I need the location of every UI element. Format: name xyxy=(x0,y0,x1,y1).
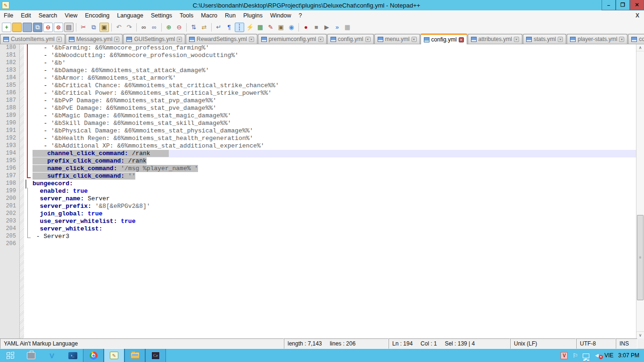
code-line-189[interactable]: - '&bMagic Damage: &6%mmoitems_stat_magi… xyxy=(33,112,636,120)
shortcut-mapper-icon[interactable]: ⚡ xyxy=(245,23,255,32)
show-all-characters-icon[interactable]: ¶ xyxy=(224,23,234,32)
code-line-206[interactable] xyxy=(33,240,636,248)
tab-config-yml-active[interactable]: config.yml✕ xyxy=(421,33,467,44)
monitoring-eye-icon[interactable]: ◉ xyxy=(287,23,296,32)
code-line-182[interactable]: - '&b' xyxy=(33,59,636,67)
fold-collapse-icon[interactable] xyxy=(24,180,31,188)
menu-item-[interactable]: ? xyxy=(295,11,305,20)
print-icon[interactable]: ▤ xyxy=(64,23,74,32)
menu-item-settings[interactable]: Settings xyxy=(147,11,176,20)
code-line-187[interactable]: - '&bPvP Damage: &6%mmoitems_stat_pvp_da… xyxy=(33,97,636,105)
powershell-taskbar-button[interactable]: ›_ xyxy=(62,349,83,362)
cut-icon[interactable]: ✂ xyxy=(79,23,88,32)
close-document-icon[interactable]: ⊖ xyxy=(43,23,53,32)
tab-close-icon[interactable]: ✕ xyxy=(365,37,371,42)
code-line-195[interactable]: prefix_click_command: /rank xyxy=(33,157,636,165)
restore-button[interactable]: ❐ xyxy=(616,0,630,10)
tab-close-icon[interactable]: ✕ xyxy=(177,37,182,42)
code-line-203[interactable]: use_server_whitelist: true xyxy=(33,218,636,225)
code-line-192[interactable]: - '&bHealth Regen: &6%mmoitems_stat_heal… xyxy=(33,135,636,142)
status-eol-format[interactable]: Unix (LF) xyxy=(510,338,576,349)
indent-guide-icon[interactable]: ┆ xyxy=(235,23,244,32)
notepad-plus-plus-taskbar-button[interactable]: ✎ xyxy=(104,349,124,362)
code-line-200[interactable]: server_name: Server xyxy=(33,195,636,203)
status-typing-mode[interactable]: INS xyxy=(616,338,637,349)
file-explorer-taskbar-button[interactable] xyxy=(124,349,145,362)
record-macro-icon[interactable]: ● xyxy=(301,23,311,32)
code-line-199[interactable]: enabled: true xyxy=(33,188,636,195)
chrome-taskbar-button[interactable] xyxy=(83,349,104,362)
tab-stats-yml[interactable]: stats.yml✕ xyxy=(523,34,566,44)
copy-icon[interactable]: ⧉ xyxy=(89,23,99,32)
code-line-201[interactable]: server_prefix: '&8[&eRPGv2&8]' xyxy=(33,203,636,210)
antivirus-v-tray-icon[interactable]: V xyxy=(561,352,568,359)
code-line-183[interactable]: - '&bDamage: &6%mmoitems_stat_attack_dam… xyxy=(33,67,636,74)
new-file-icon[interactable]: + xyxy=(2,23,11,32)
code-line-196[interactable]: name_click_command: '/msg %player_name% … xyxy=(33,165,636,173)
vertical-scrollbar[interactable]: ∧ ≡ ∨ xyxy=(636,44,644,338)
menu-item-file[interactable]: File xyxy=(0,11,17,20)
tab-config-yml[interactable]: config.yml✕ xyxy=(628,34,644,44)
code-line-184[interactable]: - '&bArmor: &6%mmoitems_stat_armor%' xyxy=(33,74,636,82)
open-file-icon[interactable] xyxy=(12,23,22,32)
menu-item-macro[interactable]: Macro xyxy=(197,11,221,20)
tab-rewardsettings-yml[interactable]: RewardSettings.yml✕ xyxy=(186,34,257,44)
sync-vertical-scroll-icon[interactable]: ⇅ xyxy=(189,23,198,32)
stop-macro-icon[interactable]: ■ xyxy=(312,23,321,32)
close-button[interactable]: ✕ xyxy=(630,0,644,10)
play-macro-icon[interactable]: ▶ xyxy=(322,23,331,32)
menu-item-language[interactable]: Language xyxy=(113,11,147,20)
tab-menu-yml[interactable]: menu.yml✕ xyxy=(374,34,420,44)
run-macro-multiple-icon[interactable]: » xyxy=(332,23,342,32)
clock[interactable]: 3:07 PM xyxy=(618,352,639,359)
close-all-documents-icon[interactable]: ⊜ xyxy=(54,23,63,32)
code-line-205[interactable]: - Server3 xyxy=(33,233,636,240)
menu-item-view[interactable]: View xyxy=(61,11,81,20)
menubar-close-button[interactable]: X xyxy=(631,12,644,19)
code-line-188[interactable]: - '&bPvE Damage: &6%mmoitems_stat_pve_da… xyxy=(33,105,636,112)
undo-icon[interactable]: ↶ xyxy=(114,23,124,32)
tab-close-icon[interactable]: ✕ xyxy=(514,37,519,42)
tab-close-icon[interactable]: ✕ xyxy=(114,37,119,42)
action-center-flag-icon[interactable]: ⚐ xyxy=(572,352,578,359)
replace-icon[interactable]: ∞ xyxy=(149,23,159,32)
menu-item-search[interactable]: Search xyxy=(35,11,61,20)
code-line-197[interactable]: suffix_click_command: '' xyxy=(33,173,636,180)
bookmark-margin[interactable] xyxy=(20,44,24,338)
tab-premiumconfig-yml[interactable]: premiumconfig.yml✕ xyxy=(258,34,327,44)
minimize-button[interactable]: – xyxy=(602,0,616,10)
tab-config-yml[interactable]: config.yml✕ xyxy=(327,34,374,44)
save-icon[interactable] xyxy=(23,23,32,32)
tab-customitems-yml[interactable]: CustomItems.yml✕ xyxy=(0,34,65,44)
status-encoding[interactable]: UTF-8 xyxy=(576,338,616,349)
language-indicator[interactable]: VIE xyxy=(604,352,613,359)
zoom-out-icon[interactable]: ⊖ xyxy=(174,23,184,32)
tab-messages-yml[interactable]: Messages.yml✕ xyxy=(66,34,123,44)
code-line-204[interactable]: server_whitelist: xyxy=(33,225,636,233)
code-line-181[interactable]: - '&bWoodcutting: &6%mmocore_profession_… xyxy=(33,52,636,59)
document-list-icon[interactable]: ✎ xyxy=(266,23,275,32)
code-line-180[interactable]: - '&bFarming: &6%mmocore_profession_farm… xyxy=(33,44,636,52)
tab-player-stats-yml[interactable]: player-stats.yml✕ xyxy=(567,34,627,44)
tab-close-icon[interactable]: ✕ xyxy=(318,37,323,42)
start-button[interactable] xyxy=(0,349,21,362)
code-line-193[interactable]: - '&bAdditional XP: &6%mmoitems_stat_add… xyxy=(33,142,636,150)
tab-attributes-yml[interactable]: attributes.yml✕ xyxy=(468,34,522,44)
word-wrap-icon[interactable]: ↵ xyxy=(214,23,223,32)
vscode-taskbar-button[interactable]: V xyxy=(41,349,62,362)
code-line-194[interactable]: channel_click_command: /rank xyxy=(33,150,636,157)
code-line-202[interactable]: join_global: true xyxy=(33,210,636,218)
save-all-icon[interactable]: ⧉ xyxy=(33,23,42,32)
volume-muted-icon[interactable]: ◄✕ xyxy=(594,352,600,359)
network-icon[interactable] xyxy=(583,354,589,358)
ce-app-taskbar-button[interactable]: Ce xyxy=(145,349,166,362)
tab-close-icon[interactable]: ✕ xyxy=(459,37,464,42)
document-map-icon[interactable]: ▦ xyxy=(256,23,265,32)
tab-close-icon[interactable]: ✕ xyxy=(619,37,624,42)
menu-item-edit[interactable]: Edit xyxy=(17,11,35,20)
code-line-191[interactable]: - '&bPhysical Damage: &6%mmoitems_stat_p… xyxy=(33,127,636,135)
tab-close-icon[interactable]: ✕ xyxy=(558,37,563,42)
tab-close-icon[interactable]: ✕ xyxy=(249,37,254,42)
menu-item-tools[interactable]: Tools xyxy=(176,11,197,20)
save-macro-icon[interactable]: ▦ xyxy=(343,23,352,32)
